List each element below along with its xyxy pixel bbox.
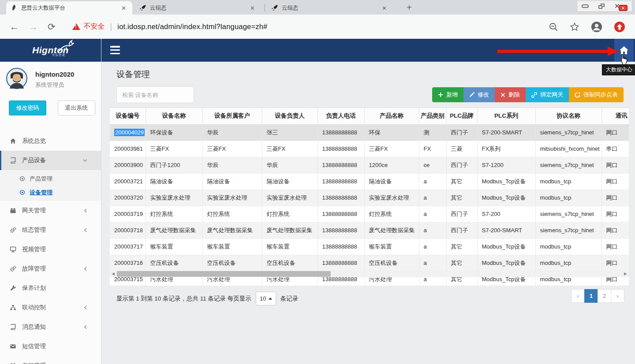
table-row[interactable]: 200003721隔油设备隔油设备隔油设备13888888888隔油设备a其它M… bbox=[110, 173, 629, 189]
table-cell[interactable]: 200003981 bbox=[110, 141, 146, 157]
pager-next-button[interactable]: › bbox=[611, 289, 624, 303]
table-cell[interactable]: 网口 bbox=[601, 124, 629, 141]
table-row[interactable]: 200003716空压机设备空压机设备空压机设备13888888888空压机设备… bbox=[110, 255, 629, 271]
table-cell[interactable]: 空压机设备 bbox=[364, 255, 419, 271]
table-cell[interactable]: Modbus_Tcp设备 bbox=[477, 173, 535, 189]
table-cell[interactable]: a bbox=[419, 238, 446, 255]
sidebar-item-fault[interactable]: 故障管理 bbox=[0, 259, 101, 279]
table-cell[interactable]: 废气处理数据采集 bbox=[202, 222, 262, 238]
table-cell[interactable]: a bbox=[419, 206, 446, 222]
force-sync-button[interactable]: 强制同步点表 bbox=[569, 87, 624, 102]
table-row[interactable]: 200003720实验室废水处理实验室废水处理实验室废水处理1388888888… bbox=[110, 189, 629, 206]
tab-close-icon[interactable]: ✕ bbox=[380, 4, 388, 12]
table-cell[interactable]: 环保 bbox=[364, 124, 419, 141]
change-password-button[interactable]: 修改密码 bbox=[9, 100, 46, 115]
table-cell[interactable]: 200003719 bbox=[110, 206, 146, 222]
table-cell[interactable]: Modbus_Tcp设备 bbox=[477, 238, 535, 255]
column-header[interactable]: PLC品牌 bbox=[446, 108, 477, 124]
search-input[interactable] bbox=[116, 86, 194, 103]
table-cell[interactable]: 网口 bbox=[601, 206, 629, 222]
extension-icon[interactable] bbox=[614, 21, 625, 33]
table-cell[interactable]: 环保设备 bbox=[146, 124, 202, 141]
table-cell[interactable]: 张三 bbox=[262, 124, 318, 141]
table-cell[interactable]: 空压机设备 bbox=[146, 255, 202, 271]
column-header[interactable]: 产品类别 bbox=[419, 108, 446, 124]
table-cell[interactable]: 猴车装置 bbox=[262, 238, 318, 255]
table-cell[interactable]: siemens_s7tcp_hinet bbox=[535, 124, 601, 141]
delete-button[interactable]: 删除 bbox=[495, 87, 526, 102]
table-cell[interactable]: FX bbox=[419, 141, 446, 157]
table-cell[interactable]: 实验室废水处理 bbox=[146, 189, 202, 206]
table-cell[interactable]: 实验室废水处理 bbox=[364, 189, 419, 206]
sidebar-item-device-mgmt[interactable]: 设备管理 bbox=[0, 186, 101, 199]
table-cell[interactable]: 串口 bbox=[601, 141, 629, 157]
edit-button[interactable]: 修改 bbox=[463, 87, 495, 102]
table-cell[interactable]: 200004029 bbox=[110, 124, 146, 141]
table-cell[interactable]: 三菱FX bbox=[364, 141, 419, 157]
table-cell[interactable]: siemens_s7tcp_hinet bbox=[535, 222, 601, 238]
table-cell[interactable]: 三菱FX bbox=[146, 141, 202, 157]
sidebar-item-overview[interactable]: 系统总览 bbox=[0, 131, 101, 151]
table-cell[interactable]: S7-200-SMART bbox=[477, 124, 535, 141]
sidebar-item-products[interactable]: 产品设备 bbox=[0, 151, 101, 170]
table-cell[interactable]: 空压机设备 bbox=[202, 255, 262, 271]
table-cell[interactable]: 其它 bbox=[446, 255, 477, 271]
table-row[interactable]: 200003900西门子1200华辰华辰138888888881200cece西… bbox=[110, 157, 629, 173]
table-cell[interactable]: modbus_tcp bbox=[535, 255, 601, 271]
table-cell[interactable]: a bbox=[419, 255, 446, 271]
reload-button[interactable]: ⟳ bbox=[48, 22, 56, 32]
table-cell[interactable]: 西门子 bbox=[446, 206, 477, 222]
table-row[interactable]: 200003719灯控系统灯控系统灯控系统13888888888灯控系统a西门子… bbox=[110, 206, 629, 222]
table-cell[interactable]: 西门子1200 bbox=[146, 157, 202, 173]
table-cell[interactable]: 西门子 bbox=[446, 124, 477, 141]
column-header[interactable]: 产品名称 bbox=[364, 108, 419, 124]
add-button[interactable]: 新增 bbox=[432, 87, 463, 102]
table-cell[interactable]: 13888888888 bbox=[318, 222, 364, 238]
table-cell[interactable]: 西门子 bbox=[446, 222, 477, 238]
table-cell[interactable]: 200003720 bbox=[110, 189, 146, 206]
table-cell[interactable]: siemens_s7tcp_hinet bbox=[535, 157, 601, 173]
table-cell[interactable]: 隔油设备 bbox=[262, 173, 318, 189]
table-cell[interactable]: a bbox=[419, 222, 446, 238]
zoom-icon[interactable] bbox=[549, 22, 558, 32]
table-cell[interactable]: 隔油设备 bbox=[146, 173, 202, 189]
menu-toggle-icon[interactable] bbox=[110, 46, 120, 54]
column-header[interactable]: 设备编号 bbox=[110, 108, 146, 124]
table-cell[interactable]: S7-200-SMART bbox=[477, 222, 535, 238]
column-header[interactable]: 负责人电话 bbox=[318, 108, 364, 124]
table-row[interactable]: 200003717猴车装置猴车装置猴车装置13888888888猴车装置a其它M… bbox=[110, 238, 629, 255]
scroll-left-icon[interactable]: ◀ bbox=[110, 271, 116, 277]
table-cell[interactable]: 200003721 bbox=[110, 173, 146, 189]
table-cell[interactable]: FX系列 bbox=[477, 141, 535, 157]
table-cell[interactable]: 空压机设备 bbox=[262, 255, 318, 271]
home-button[interactable] bbox=[614, 39, 634, 62]
back-button[interactable]: ← bbox=[10, 22, 19, 32]
table-cell[interactable]: modbus_tcp bbox=[535, 238, 601, 255]
table-cell[interactable]: 网口 bbox=[601, 238, 629, 255]
table-cell[interactable]: 13888888888 bbox=[318, 255, 364, 271]
table-cell[interactable]: modbus_tcp bbox=[535, 173, 601, 189]
table-cell[interactable]: siemens_s7tcp_hinet bbox=[535, 206, 601, 222]
url-text[interactable]: iot.idosp.net/admin/index.html?language=… bbox=[117, 22, 267, 31]
horizontal-scrollbar[interactable]: ◀ ▶ bbox=[110, 271, 629, 277]
sidebar-item-sms[interactable]: 短信管理 bbox=[0, 337, 101, 356]
table-cell[interactable]: 13888888888 bbox=[318, 157, 364, 173]
close-button[interactable]: ✕✕ bbox=[614, 2, 628, 10]
table-row[interactable]: 200004029环保设备华辰张三13888888888环保测西门子S7-200… bbox=[110, 124, 629, 141]
table-cell[interactable]: 隔油设备 bbox=[364, 173, 419, 189]
scrollbar-thumb[interactable] bbox=[117, 271, 331, 277]
sidebar-item-space[interactable]: 空间管理 bbox=[0, 356, 101, 364]
minimize-button[interactable] bbox=[582, 4, 589, 8]
table-cell[interactable]: 网口 bbox=[601, 173, 629, 189]
column-header[interactable]: 设备名称 bbox=[146, 108, 202, 124]
table-cell[interactable]: 三菱FX bbox=[202, 141, 262, 157]
address-bar[interactable]: 不安全 | iot.idosp.net/admin/index.html?lan… bbox=[72, 22, 549, 31]
bookmark-star-icon[interactable] bbox=[570, 22, 579, 32]
table-cell[interactable]: 实验室废水处理 bbox=[202, 189, 262, 206]
table-cell[interactable]: 13888888888 bbox=[318, 238, 364, 255]
browser-tab-2[interactable]: 云组态 ✕ bbox=[135, 1, 261, 15]
sidebar-item-maintenance[interactable]: 保养计划 bbox=[0, 279, 101, 298]
table-cell[interactable]: a bbox=[419, 173, 446, 189]
table-cell[interactable]: 网口 bbox=[601, 157, 629, 173]
sidebar-item-scada[interactable]: 组态管理 bbox=[0, 220, 101, 240]
